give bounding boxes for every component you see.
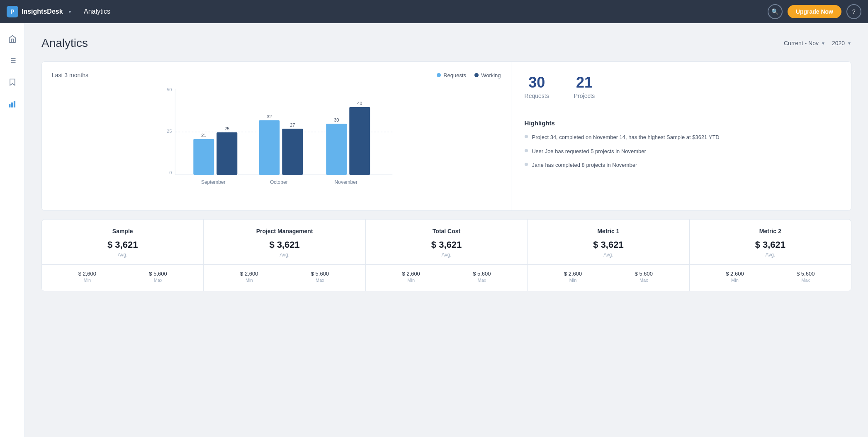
metric-min-2: $ 2,600 Min	[402, 271, 420, 283]
metric-card-0: Sample $ 3,621 Avg. $ 2,600 Min $ 5,600 …	[42, 220, 204, 291]
metric-divider-3	[528, 264, 689, 265]
svg-text:25: 25	[224, 126, 229, 131]
metric-min-3: $ 2,600 Min	[564, 271, 582, 283]
metric-max-label-1: Max	[311, 278, 329, 283]
metric-max-label-0: Max	[149, 278, 167, 283]
svg-rect-8	[11, 103, 12, 107]
requests-label: Requests	[525, 93, 549, 99]
highlights-section: Highlights Project 34, completed on Nove…	[525, 111, 838, 169]
svg-text:32: 32	[267, 114, 272, 119]
metric-max-3: $ 5,600 Max	[635, 271, 653, 283]
metric-min-value-3: $ 2,600	[564, 271, 582, 277]
metric-max-2: $ 5,600 Max	[473, 271, 491, 283]
metric-min-value-2: $ 2,600	[402, 271, 420, 277]
upgrade-button[interactable]: Upgrade Now	[788, 5, 841, 18]
sidebar-item-list[interactable]	[3, 51, 22, 70]
metric-minmax-3: $ 2,600 Min $ 5,600 Max	[537, 271, 679, 283]
month-filter-label: Current - Nov	[784, 40, 819, 46]
nov-working-bar	[349, 107, 370, 175]
brand-name: InsightsDesk	[22, 8, 63, 15]
svg-text:50: 50	[167, 87, 172, 92]
chart-header: Last 3 months Requests Working	[52, 72, 501, 78]
requests-dot	[437, 73, 441, 77]
legend-requests-label: Requests	[443, 72, 466, 78]
year-filter-label: 2020	[832, 40, 845, 46]
metric-min-label-3: Min	[564, 278, 582, 283]
svg-text:September: September	[201, 179, 226, 185]
chart-legend: Requests Working	[437, 72, 501, 78]
metric-min-label-0: Min	[78, 278, 96, 283]
month-filter[interactable]: Current - Nov ▼	[784, 40, 825, 46]
stats-section: 30 Requests 21 Projects Highlights Proje…	[511, 62, 851, 210]
top-navigation: P InsightsDesk ▼ Analytics 🔍 Upgrade Now…	[0, 0, 868, 23]
svg-text:30: 30	[334, 117, 339, 122]
metric-avg-3: Avg.	[537, 252, 679, 258]
metric-avg-0: Avg.	[52, 252, 193, 258]
metric-max-value-3: $ 5,600	[635, 271, 653, 277]
metric-min-value-0: $ 2,600	[78, 271, 96, 277]
metric-min-1: $ 2,600 Min	[240, 271, 258, 283]
highlight-text-0: Project 34, completed on November 14, ha…	[532, 133, 720, 142]
bar-chart: 50 25 0 21 25 September	[52, 85, 501, 193]
metric-value-1: $ 3,621	[214, 239, 355, 250]
metric-min-label-2: Min	[402, 278, 420, 283]
metric-title-3: Metric 1	[537, 228, 679, 234]
sidebar-item-bookmarks[interactable]	[3, 73, 22, 91]
metric-max-label-3: Max	[635, 278, 653, 283]
metric-card-4: Metric 2 $ 3,621 Avg. $ 2,600 Min $ 5,60…	[690, 220, 851, 291]
sidebar-item-analytics[interactable]	[3, 95, 22, 113]
metric-max-label-2: Max	[473, 278, 491, 283]
svg-text:27: 27	[290, 122, 295, 127]
metric-max-value-1: $ 5,600	[311, 271, 329, 277]
metric-value-4: $ 3,621	[700, 239, 841, 250]
metric-minmax-1: $ 2,600 Min $ 5,600 Max	[214, 271, 355, 283]
highlight-dot-1	[525, 149, 528, 152]
date-filters: Current - Nov ▼ 2020 ▼	[784, 40, 851, 46]
page-title: Analytics	[41, 37, 88, 50]
metric-value-3: $ 3,621	[537, 239, 679, 250]
main-layout: Analytics Current - Nov ▼ 2020 ▼ Last 3 …	[0, 23, 868, 437]
metric-value-0: $ 3,621	[52, 239, 193, 250]
search-button[interactable]: 🔍	[768, 4, 783, 19]
metric-minmax-0: $ 2,600 Min $ 5,600 Max	[52, 271, 193, 283]
highlight-item-2: Jane has completed 8 projects in Novembe…	[525, 161, 838, 169]
metrics-row: Sample $ 3,621 Avg. $ 2,600 Min $ 5,600 …	[41, 219, 851, 291]
highlight-text-1: User Joe has requested 5 projects in Nov…	[532, 147, 646, 156]
metric-min-label-4: Min	[726, 278, 744, 283]
svg-rect-9	[14, 101, 15, 107]
metric-avg-4: Avg.	[700, 252, 841, 258]
nov-requests-bar	[326, 124, 347, 175]
requests-value: 30	[525, 75, 549, 90]
stats-numbers: 30 Requests 21 Projects	[525, 75, 838, 99]
chart-section: Last 3 months Requests Working	[42, 62, 511, 210]
sep-requests-bar	[193, 139, 214, 175]
metric-card-2: Total Cost $ 3,621 Avg. $ 2,600 Min $ 5,…	[366, 220, 528, 291]
legend-requests: Requests	[437, 72, 466, 78]
svg-text:November: November	[335, 179, 357, 185]
metric-divider-1	[204, 264, 365, 265]
legend-working: Working	[474, 72, 501, 78]
brand[interactable]: P InsightsDesk ▼	[7, 6, 77, 17]
sidebar	[0, 23, 25, 437]
nav-actions: 🔍 Upgrade Now ?	[768, 4, 861, 19]
help-button[interactable]: ?	[846, 4, 861, 19]
main-content: Analytics Current - Nov ▼ 2020 ▼ Last 3 …	[25, 23, 868, 437]
working-dot	[474, 73, 479, 77]
year-filter[interactable]: 2020 ▼	[832, 40, 851, 46]
svg-text:October: October	[270, 179, 288, 185]
metric-min-0: $ 2,600 Min	[78, 271, 96, 283]
metric-card-3: Metric 1 $ 3,621 Avg. $ 2,600 Min $ 5,60…	[528, 220, 689, 291]
metric-max-value-4: $ 5,600	[797, 271, 815, 277]
metric-divider-4	[690, 264, 851, 265]
chart-label: Last 3 months	[52, 72, 88, 78]
metric-card-1: Project Management $ 3,621 Avg. $ 2,600 …	[204, 220, 365, 291]
metric-min-value-1: $ 2,600	[240, 271, 258, 277]
metric-avg-2: Avg.	[376, 252, 517, 258]
sidebar-item-home[interactable]	[3, 30, 22, 48]
projects-stat: 21 Projects	[574, 75, 595, 99]
year-chevron-icon: ▼	[847, 41, 851, 46]
metric-max-value-2: $ 5,600	[473, 271, 491, 277]
metric-title-2: Total Cost	[376, 228, 517, 234]
svg-text:40: 40	[357, 101, 362, 106]
metric-max-1: $ 5,600 Max	[311, 271, 329, 283]
